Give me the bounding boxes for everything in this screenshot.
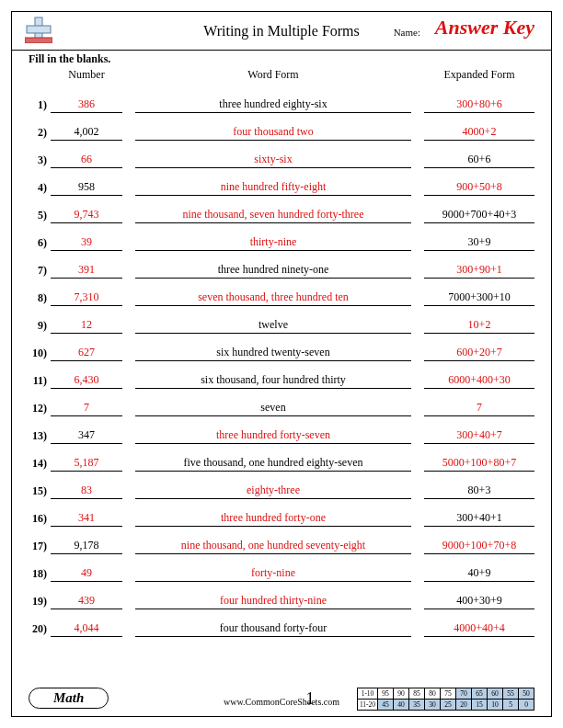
instructions: Fill in the blanks. (29, 52, 534, 66)
row-number: 18) (29, 567, 51, 582)
row-number: 10) (29, 347, 51, 361)
cell-expanded: 30+9 (424, 235, 534, 251)
table-row: 3)66sixty-six60+6 (29, 141, 534, 168)
score-cell: 10 (488, 700, 503, 711)
score-row-label: 11-20 (358, 700, 378, 711)
header-word: Word Form (122, 68, 424, 82)
cell-word: four thousand forty-four (135, 621, 411, 637)
cell-number: 4,002 (51, 125, 122, 141)
row-number: 13) (29, 429, 51, 444)
table-row: 7)391three hundred ninety-one300+90+1 (29, 251, 534, 279)
row-number: 4) (29, 181, 51, 196)
row-number: 12) (29, 402, 51, 416)
table-row: 4)958nine hundred fifty-eight900+50+8 (29, 168, 534, 196)
table-row: 17)9,178nine thousand, one hundred seven… (29, 527, 534, 554)
table-row: 8)7,310seven thousand, three hundred ten… (29, 279, 534, 306)
cell-word: forty-nine (135, 566, 411, 582)
cell-number: 66 (51, 153, 122, 168)
cell-word: three hundred forty-one (135, 511, 411, 527)
score-cell: 25 (441, 700, 456, 711)
cell-word: nine thousand, seven hundred forty-three (135, 208, 411, 223)
row-number: 19) (29, 595, 51, 609)
cell-number: 9,743 (51, 208, 122, 223)
cell-number: 9,178 (51, 539, 122, 554)
row-number: 16) (29, 512, 51, 527)
table-row: 6)39thirty-nine30+9 (29, 223, 534, 251)
score-cell: 0 (519, 700, 534, 711)
table-row: 16)341three hundred forty-one300+40+1 (29, 499, 534, 527)
cell-number: 386 (51, 97, 122, 113)
row-number: 11) (29, 374, 51, 389)
cell-expanded: 7000+300+10 (424, 290, 534, 306)
cell-expanded: 300+40+7 (424, 428, 534, 444)
score-grid: 1-109590858075706560555011-2045403530252… (357, 688, 534, 711)
cell-word: four thousand two (135, 125, 411, 141)
table-row: 11)6,430six thousand, four hundred thirt… (29, 361, 534, 389)
score-cell: 5 (503, 700, 519, 711)
row-number: 14) (29, 457, 51, 472)
cell-number: 958 (51, 180, 122, 196)
cell-expanded: 300+90+1 (424, 263, 534, 279)
cell-expanded: 10+2 (424, 318, 534, 334)
cell-number: 341 (51, 511, 122, 527)
score-cell: 60 (488, 688, 503, 700)
cell-number: 49 (51, 566, 122, 582)
cell-number: 12 (51, 318, 122, 334)
cell-expanded: 600+20+7 (424, 346, 534, 361)
cell-word: sixty-six (135, 153, 411, 168)
title-underline (12, 50, 551, 51)
cell-number: 7 (51, 401, 122, 416)
title-bar: Writing in Multiple Forms Name: Answer K… (29, 21, 534, 49)
cell-number: 7,310 (51, 290, 122, 306)
score-cell: 80 (425, 688, 441, 700)
cell-expanded: 4000+2 (424, 125, 534, 141)
rows-container: 1)386three hundred eighty-six300+80+62)4… (29, 85, 534, 637)
row-number: 15) (29, 484, 51, 499)
cell-expanded: 80+3 (424, 483, 534, 499)
row-number: 2) (29, 126, 51, 141)
score-cell: 50 (519, 688, 534, 700)
cell-word: nine hundred fifty-eight (135, 180, 411, 196)
score-cell: 45 (378, 700, 394, 711)
table-row: 12)7seven7 (29, 389, 534, 416)
score-cell: 95 (378, 688, 394, 700)
score-cell: 55 (503, 688, 519, 700)
score-cell: 90 (394, 688, 409, 700)
cell-expanded: 300+40+1 (424, 511, 534, 527)
row-number: 3) (29, 154, 51, 168)
cell-word: six thousand, four hundred thirty (135, 373, 411, 389)
score-cell: 15 (472, 700, 488, 711)
cell-expanded: 9000+700+40+3 (424, 208, 534, 223)
cell-expanded: 300+80+6 (424, 97, 534, 113)
table-row: 18)49forty-nine40+9 (29, 554, 534, 582)
cell-expanded: 7 (424, 401, 534, 416)
cell-number: 6,430 (51, 373, 122, 389)
table-row: 1)386three hundred eighty-six300+80+6 (29, 85, 534, 113)
cell-word: seven thousand, three hundred ten (135, 290, 411, 306)
cell-expanded: 60+6 (424, 153, 534, 168)
score-cell: 85 (409, 688, 425, 700)
score-cell: 70 (456, 688, 472, 700)
score-row-label: 1-10 (358, 688, 378, 700)
answer-key-label: Answer Key (435, 16, 534, 40)
cell-expanded: 40+9 (424, 566, 534, 582)
cell-word: nine thousand, one hundred seventy-eight (135, 539, 411, 554)
cell-word: twelve (135, 318, 411, 334)
table-row: 9)12twelve10+2 (29, 306, 534, 334)
cell-number: 347 (51, 428, 122, 444)
cell-word: three hundred forty-seven (135, 428, 411, 444)
cell-expanded: 400+30+9 (424, 594, 534, 609)
column-headers: Number Word Form Expanded Form (29, 68, 534, 82)
row-number: 5) (29, 209, 51, 223)
row-number: 6) (29, 236, 51, 251)
table-row: 15)83eighty-three80+3 (29, 472, 534, 499)
score-cell: 40 (394, 700, 409, 711)
table-row: 14)5,187five thousand, one hundred eight… (29, 444, 534, 472)
cell-word: four hundred thirty-nine (135, 594, 411, 609)
cell-word: thirty-nine (135, 235, 411, 251)
worksheet-page: Writing in Multiple Forms Name: Answer K… (11, 11, 552, 717)
cell-number: 83 (51, 483, 122, 499)
score-cell: 20 (456, 700, 472, 711)
table-row: 20)4,044four thousand forty-four4000+40+… (29, 609, 534, 637)
table-row: 10)627six hundred twenty-seven600+20+7 (29, 334, 534, 361)
